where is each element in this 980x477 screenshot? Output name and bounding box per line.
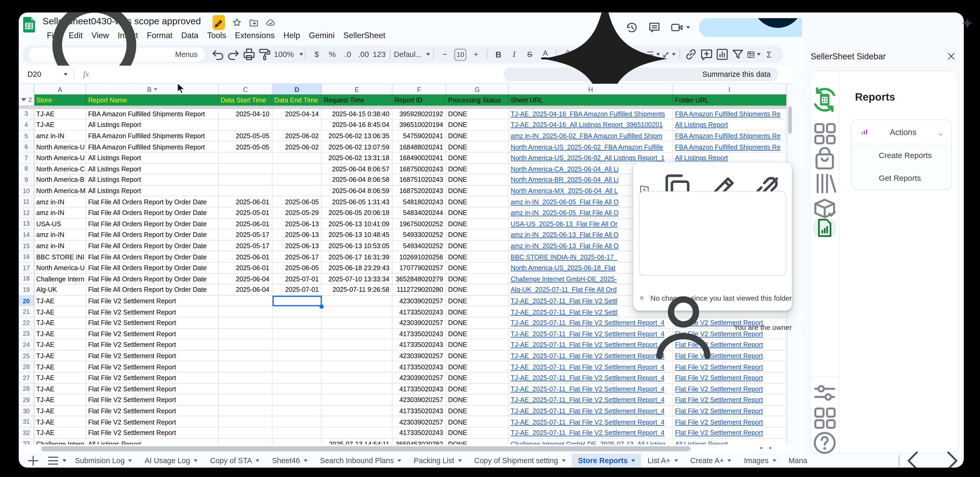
row-header-28[interactable]: 28 xyxy=(19,383,35,394)
tab-store-reports[interactable]: Store Reports xyxy=(572,454,641,467)
sync-sheet-icon[interactable] xyxy=(811,86,839,114)
cell-E29[interactable] xyxy=(322,394,392,405)
header-cell[interactable]: Processing Status xyxy=(446,94,509,105)
cell-H33[interactable]: Challenge Internet GmbH-DE_2025-07-13_Al… xyxy=(509,439,673,445)
cell-F18[interactable]: 3652848020279 xyxy=(393,273,446,285)
cell-link[interactable]: Flat File V2 Settlement Report xyxy=(675,418,763,426)
cell-D13[interactable]: 2025-06-13 xyxy=(272,219,322,230)
cell-B24[interactable]: Flat File V2 Settlement Report xyxy=(86,340,219,351)
row-header-6[interactable]: 6 xyxy=(19,142,35,153)
cell-G15[interactable]: DONE xyxy=(446,240,509,251)
cell-D5[interactable]: 2025-06-02 xyxy=(272,130,322,142)
cell-E13[interactable]: 2025-06-13 10:41:09 xyxy=(322,219,392,230)
cell-E6[interactable]: 2025-06-02 13:07:59 xyxy=(322,142,392,153)
cell-H7[interactable]: North America-US_2025-06-02_All Listings… xyxy=(509,153,673,164)
cell-B25[interactable]: Flat File V2 Settlement Report xyxy=(86,351,219,361)
row-header-19[interactable]: 19 xyxy=(19,285,35,296)
cell-A20[interactable]: TJ-AE xyxy=(35,296,86,307)
row-header-31[interactable]: 31 xyxy=(19,417,35,428)
cell-D17[interactable]: 2025-06-05 xyxy=(272,262,322,273)
column-header-A[interactable]: A xyxy=(35,84,86,95)
cell-F5[interactable]: 54759020241 xyxy=(393,130,446,142)
column-header-B[interactable]: B xyxy=(86,84,219,95)
dashboard-grid-icon[interactable] xyxy=(811,119,839,148)
cell-E24[interactable] xyxy=(322,340,392,351)
cell-C22[interactable] xyxy=(219,318,273,329)
increase-font-size-button[interactable]: + xyxy=(468,47,484,62)
cell-D24[interactable] xyxy=(272,340,322,351)
cell-F19[interactable]: 1112729020280 xyxy=(393,285,446,296)
cell-C27[interactable] xyxy=(219,372,273,383)
cell-B5[interactable]: FBA Amazon Fulfilled Shipments Report xyxy=(86,130,219,142)
cell-C13[interactable]: 2025-06-01 xyxy=(219,219,273,230)
cell-link[interactable]: TJ-AE_2025-07-11_Flat File V2 Settlement… xyxy=(511,396,665,404)
cell-A22[interactable]: TJ-AE xyxy=(35,318,86,329)
cell-G18[interactable]: DONE xyxy=(446,273,509,285)
cell-E11[interactable]: 2025-06-05 1:31:43 xyxy=(322,196,392,207)
cell-G31[interactable]: DONE xyxy=(446,417,509,428)
cell-B7[interactable]: All Listings Report xyxy=(86,153,219,164)
name-box[interactable]: D20 xyxy=(19,70,74,79)
tab-copy-of-sta[interactable]: Copy of STA xyxy=(204,454,266,467)
row-header-33[interactable]: 33 xyxy=(19,439,35,445)
cell-F7[interactable]: 168490020241 xyxy=(393,153,446,164)
cell-A27[interactable]: TJ-AE xyxy=(35,372,86,383)
cell-B26[interactable]: Flat File V2 Settlement Report xyxy=(86,361,219,372)
cell-F33[interactable]: 3659453020282 xyxy=(393,439,446,445)
row-header-15[interactable]: 15 xyxy=(19,240,35,251)
cell-D16[interactable]: 2025-06-17 xyxy=(272,251,322,262)
summarize-data-button[interactable]: Summarize this data xyxy=(504,67,778,81)
sheets-logo-icon[interactable] xyxy=(23,17,35,33)
menu-gemini[interactable]: Gemini xyxy=(305,29,339,41)
cell-D7[interactable] xyxy=(272,153,322,164)
row-header-11[interactable]: 11 xyxy=(19,196,35,207)
all-sheets-button[interactable] xyxy=(45,454,61,467)
cell-G32[interactable]: DONE xyxy=(446,428,509,439)
cell-G22[interactable]: DONE xyxy=(446,318,509,329)
cell-B15[interactable]: Flat File All Orders Report by Order Dat… xyxy=(86,240,219,251)
cell-F6[interactable]: 168488020241 xyxy=(393,142,446,153)
cell-G4[interactable]: DONE xyxy=(446,119,509,130)
tabs-scroll-right-icon[interactable] xyxy=(939,448,964,467)
insert-comment-button[interactable] xyxy=(699,47,714,62)
cell-link[interactable]: Flat File V2 Settlement Report xyxy=(675,396,763,404)
cell-E20[interactable] xyxy=(322,296,392,307)
cell-G25[interactable]: DONE xyxy=(446,351,509,361)
cell-B12[interactable]: Flat File All Orders Report by Order Dat… xyxy=(86,207,219,218)
cell-D32[interactable] xyxy=(272,428,322,439)
report-doc-icon-active[interactable] xyxy=(813,219,836,237)
cell-B16[interactable]: Flat File All Orders Report by Order Dat… xyxy=(86,251,219,262)
cell-A11[interactable]: amz in-IN xyxy=(35,196,86,207)
cell-G21[interactable]: DONE xyxy=(446,307,509,317)
cell-D10[interactable] xyxy=(272,186,322,196)
cell-G5[interactable]: DONE xyxy=(446,130,509,142)
cell-F21[interactable]: 417335020243 xyxy=(393,307,446,317)
cell-D25[interactable] xyxy=(272,351,322,361)
cell-G10[interactable]: DONE xyxy=(446,186,509,196)
cell-A15[interactable]: amz in-IN xyxy=(35,240,86,251)
cell-C24[interactable] xyxy=(219,340,273,351)
cell-C33[interactable] xyxy=(219,439,273,445)
cell-link[interactable]: All Listings Report xyxy=(675,440,728,444)
cell-E8[interactable]: 2025-06-04 8:06:57 xyxy=(322,164,392,175)
cell-B10[interactable]: All Listings Report xyxy=(86,186,219,196)
cell-C10[interactable] xyxy=(219,186,273,196)
cell-A17[interactable]: North America-U xyxy=(35,262,86,273)
move-folder-icon[interactable] xyxy=(249,17,259,27)
cell-F4[interactable]: 396510020194 xyxy=(393,119,446,130)
tab-mana[interactable]: Mana xyxy=(782,454,814,467)
cell-link[interactable]: FBA Amazon Fulfilled Shipments Re xyxy=(675,132,780,140)
menu-tools[interactable]: Tools xyxy=(203,29,231,41)
row-header-14[interactable]: 14 xyxy=(19,230,35,240)
cell-link[interactable]: Flat File V2 Settlement Report xyxy=(675,407,763,415)
cell-C5[interactable]: 2025-05-05 xyxy=(219,130,273,142)
font-select[interactable]: Defaul... xyxy=(394,47,430,62)
cell-A19[interactable]: Alg-UK xyxy=(35,285,86,296)
cell-link[interactable]: TJ-AE_2025-07-11_Flat File V2 Settlement… xyxy=(511,407,665,415)
cell-I31[interactable]: Flat File V2 Settlement Report xyxy=(673,417,786,428)
row-header-29[interactable]: 29 xyxy=(19,394,35,405)
cell-D14[interactable]: 2025-06-13 xyxy=(272,230,322,240)
frozen-row-divider[interactable] xyxy=(19,105,787,108)
row-header-23[interactable]: 23 xyxy=(19,329,35,340)
cell-D9[interactable] xyxy=(272,175,322,186)
